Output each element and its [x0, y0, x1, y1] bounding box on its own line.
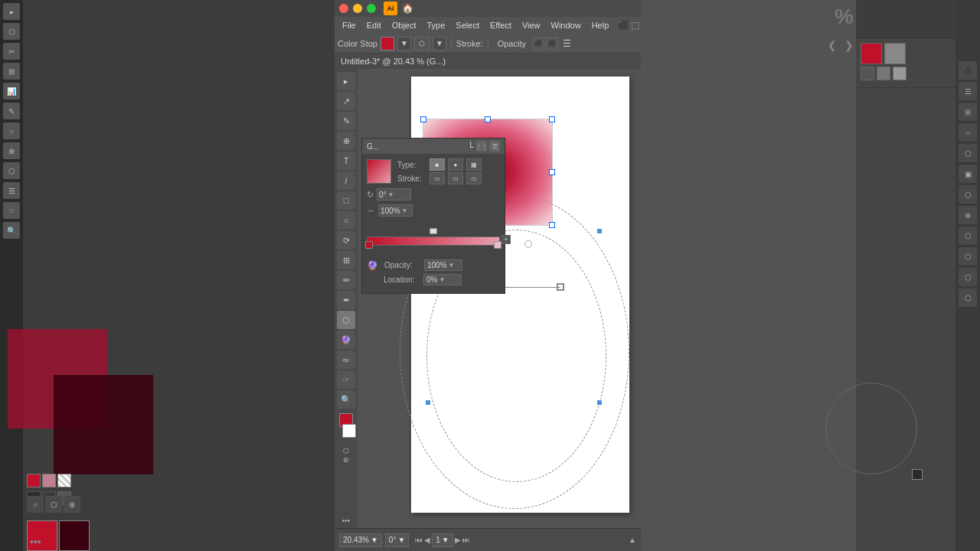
swatch-red-small-1[interactable]: [27, 474, 41, 487]
opacity-dropdown[interactable]: ▼: [449, 262, 455, 269]
tool-pencil[interactable]: ✒: [337, 291, 355, 309]
tool-gradient[interactable]: ⬡: [337, 311, 355, 329]
rlp-swatch-sm-1[interactable]: [861, 67, 874, 80]
gradient-top-stop[interactable]: [430, 228, 437, 234]
minimize-button[interactable]: [353, 4, 362, 13]
color-stop-dropdown[interactable]: ▼: [397, 37, 411, 51]
rlp-swatch-2[interactable]: [884, 43, 906, 64]
right-icon-2[interactable]: ☰: [959, 82, 977, 100]
fill-stroke-icon[interactable]: ⬡: [343, 447, 349, 455]
tool-eyedropper[interactable]: 🔮: [337, 331, 355, 349]
extra-tool-1[interactable]: ○: [27, 496, 44, 513]
gradient-handle-end[interactable]: [557, 283, 564, 291]
stroke-btn-2[interactable]: ▭: [448, 172, 463, 184]
corner-anchor-bl[interactable]: [425, 399, 431, 406]
type-linear-btn[interactable]: ■: [430, 158, 445, 171]
far-left-tool-6[interactable]: ✎: [3, 103, 20, 119]
location-dropdown[interactable]: ▼: [439, 276, 445, 283]
sel-handle-tl[interactable]: [420, 116, 426, 122]
right-icon-4[interactable]: ○: [959, 123, 977, 142]
right-icon-1[interactable]: ⬛: [959, 61, 977, 80]
tool-rotate[interactable]: ⟳: [337, 231, 355, 249]
big-swatch-dark[interactable]: [59, 520, 90, 551]
close-button[interactable]: [339, 4, 348, 13]
tool-rect[interactable]: □: [337, 191, 355, 210]
tool-zoom[interactable]: 🔍: [337, 390, 355, 409]
tool-select[interactable]: ▸: [337, 72, 355, 90]
tool-blend[interactable]: ∞: [337, 350, 355, 369]
gradient-stop-left[interactable]: [365, 241, 373, 249]
menu-effect[interactable]: Effect: [485, 19, 516, 31]
scale-input[interactable]: 100% ▼: [378, 204, 413, 217]
tool-direct-select[interactable]: ↗: [337, 92, 355, 110]
far-left-tool-11[interactable]: ☞: [3, 202, 20, 219]
scroll-up-btn[interactable]: ▲: [629, 536, 636, 544]
menu-file[interactable]: File: [338, 19, 361, 31]
right-icon-12[interactable]: ⬡: [959, 289, 977, 307]
extra-tool-2[interactable]: ⬡: [45, 496, 62, 513]
background-color[interactable]: [342, 424, 356, 438]
gradient-bar[interactable]: [367, 236, 500, 246]
menu-window[interactable]: Window: [547, 19, 586, 31]
corner-anchor-tr[interactable]: [596, 228, 603, 234]
opacity-input[interactable]: 100% ▼: [424, 259, 462, 271]
more-tools-bottom[interactable]: •••: [342, 517, 351, 528]
align-icon-1[interactable]: ⬛: [532, 37, 544, 50]
right-icon-8[interactable]: ⊕: [959, 206, 977, 224]
gradient-add-stop-btn[interactable]: +: [501, 235, 511, 244]
menu-view[interactable]: View: [518, 19, 545, 31]
tool-hand[interactable]: ☞: [337, 370, 355, 389]
extra-tool-3[interactable]: ⊕: [64, 496, 80, 513]
angle-dropdown-arrow[interactable]: ▼: [388, 191, 394, 198]
gradient-icon-btn[interactable]: ⬡: [414, 37, 430, 51]
far-left-tool-2[interactable]: ⬡: [3, 23, 20, 40]
type-radial-btn[interactable]: ●: [448, 158, 463, 171]
next-last-btn[interactable]: ⏭: [462, 536, 470, 544]
none-icon[interactable]: ⊘: [343, 456, 349, 464]
rlp-swatch-sm-3[interactable]: [893, 67, 906, 80]
prev-btn[interactable]: ◀: [424, 536, 430, 544]
right-icon-11[interactable]: ⬡: [959, 268, 977, 286]
tool-text[interactable]: T: [337, 152, 355, 170]
right-icon-7[interactable]: ⬡: [959, 185, 977, 204]
layout-icon-1[interactable]: ⬛: [618, 20, 629, 31]
chevron-down-icon-1[interactable]: ❮: [828, 39, 837, 51]
maximize-button[interactable]: [367, 4, 376, 13]
swatch-pink-small[interactable]: [42, 474, 56, 487]
menu-type[interactable]: Type: [423, 19, 450, 31]
swatch-diag-small[interactable]: [57, 474, 71, 487]
tool-add-anchor[interactable]: ⊕: [337, 132, 355, 150]
far-left-tool-8[interactable]: ⊕: [3, 142, 20, 159]
sel-handle-tm[interactable]: [485, 116, 491, 122]
right-icon-5[interactable]: ⬡: [959, 144, 977, 162]
page-dropdown[interactable]: 1 ▼: [432, 533, 452, 547]
chevron-down-icon-2[interactable]: ❯: [844, 39, 854, 51]
panel-expand-icon[interactable]: ⋮⋮: [476, 141, 487, 152]
far-left-tool-5[interactable]: 📊: [3, 83, 20, 99]
layout-icon-2[interactable]: ⬚: [631, 20, 639, 31]
menu-select[interactable]: Select: [451, 19, 484, 31]
eyedropper-icon[interactable]: 🔮: [367, 260, 378, 271]
gradient-type-dropdown[interactable]: ▼: [433, 37, 446, 51]
rlp-swatch-1[interactable]: [861, 43, 882, 64]
angle-input[interactable]: 0° ▼: [377, 188, 411, 201]
home-icon[interactable]: 🏠: [402, 3, 413, 14]
toolbar-menu-icon[interactable]: ☰: [563, 38, 571, 49]
far-left-tool-10[interactable]: ☰: [3, 182, 20, 199]
gradient-stop-right[interactable]: [494, 241, 501, 249]
far-left-tool-12[interactable]: 🔍: [3, 222, 20, 239]
sel-handle-tr[interactable]: [549, 116, 555, 122]
location-input[interactable]: 0% ▼: [423, 274, 462, 285]
menu-edit[interactable]: Edit: [362, 19, 386, 31]
right-icon-6[interactable]: ▣: [959, 165, 977, 183]
corner-anchor-br[interactable]: [596, 399, 603, 406]
tool-scale[interactable]: ⊞: [337, 251, 355, 269]
next-btn[interactable]: ▶: [455, 536, 461, 544]
gradient-preview-swatch[interactable]: [367, 159, 391, 184]
rlp-swatch-sm-2[interactable]: [877, 67, 890, 80]
document-tab[interactable]: Untitled-3* @ 20.43 % (G...): [335, 54, 641, 69]
panel-menu-icon[interactable]: ☰: [489, 141, 500, 152]
far-left-tool-9[interactable]: ⬡: [3, 162, 20, 179]
tool-paintbrush[interactable]: ✏: [337, 271, 355, 289]
tool-pen[interactable]: ✎: [337, 112, 355, 130]
